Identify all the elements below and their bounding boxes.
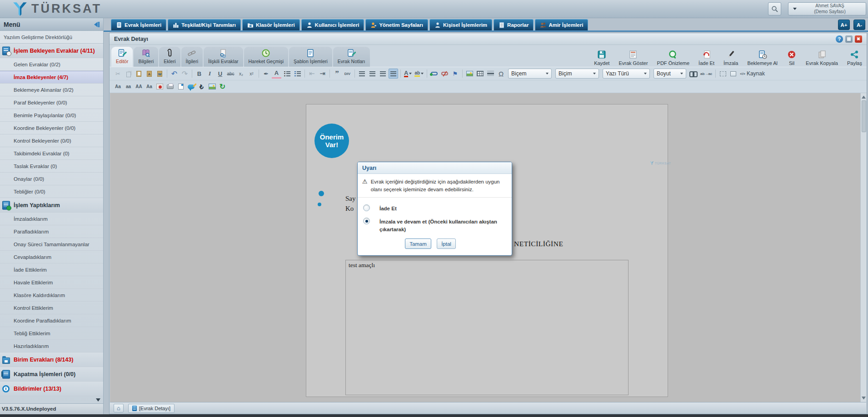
sidebar-item-kapatma-islemleri[interactable]: Kapatma İşlemleri (0/0) [0,367,103,382]
text-color-icon[interactable]: A [403,69,413,79]
tab-iliskili-evraklar[interactable]: İlişkili Evraklar [204,47,243,67]
sidebar-item-takibimdeki-evraklar[interactable]: Takibimdeki Evraklar (0) [0,147,103,160]
nav-tab-kisisel-islemlerim[interactable]: Kişisel İşlemlerim [429,19,492,30]
bold-icon[interactable]: B [195,69,204,79]
align-center-icon[interactable] [368,69,377,79]
scroll-down-icon[interactable] [862,397,866,401]
horizontal-rule-icon[interactable] [486,69,495,79]
style-dropdown[interactable]: Biçem [508,69,552,79]
special-char-icon[interactable]: Ω [496,69,506,79]
highlight-color-icon[interactable]: ab [414,69,424,79]
size-dropdown[interactable]: Boyut [653,69,686,79]
sidebar-item-bildirimler[interactable]: Bildirimler (13/13) [0,382,103,396]
insert-photo-icon[interactable] [207,82,217,92]
lowercase-icon[interactable]: aa [124,82,133,92]
blockquote-icon[interactable]: ” [332,69,342,79]
lira-symbol-icon[interactable]: ₺ [197,82,206,92]
pin-icon[interactable] [845,35,853,43]
sidebar-item-taslak-evraklar[interactable]: Taslak Evraklar (0) [0,160,103,173]
align-left-icon[interactable] [357,69,367,79]
sidebar-item-kontrol-ettiklerim[interactable]: Kontrol Ettiklerim [0,302,103,314]
radio-option-iade-et[interactable]: İade Et [363,204,506,213]
search-button[interactable] [768,2,781,15]
form-field-icon[interactable] [728,69,738,79]
italic-icon[interactable]: I [205,69,215,79]
collapse-menu-icon[interactable] [94,22,100,27]
sidebar-item-hazirladiklarim[interactable]: Hazırladıklarım [0,340,103,352]
align-justify-icon[interactable] [389,69,398,79]
sidebar-item-cevapladiklarim[interactable]: Cevapladıklarım [0,251,103,263]
tab-ilgileri[interactable]: İlgileri [181,47,203,67]
sidebar-item-imzaladiklarim[interactable]: İmzaladıklarım [0,213,103,225]
case-toggle-icon[interactable]: Aa [113,82,123,92]
find-icon[interactable] [688,69,698,79]
font-increase-button[interactable]: A+ [838,20,850,30]
remove-format-icon[interactable]: A [272,69,281,79]
tab-sablon-islemleri[interactable]: Şablon İşlemleri [289,47,332,67]
close-icon[interactable]: ✖ [855,35,862,43]
bullet-list-icon[interactable] [293,69,302,79]
nav-tab-kullanici-islemleri[interactable]: Kullanıcı İşlemleri [301,19,364,30]
sidebar-item-paraf-bekleyenler[interactable]: Paraf Bekleyenler (0/0) [0,96,103,109]
sidebar-item-islem-yaptiklarim[interactable]: İşlem Yaptıklarım [0,198,103,213]
paste-from-word-icon[interactable]: W [155,69,165,79]
select-area-icon[interactable] [718,69,728,79]
document-body-textbox[interactable]: test amaçlı [345,260,629,395]
template-doc-icon[interactable] [176,82,185,92]
replace-icon[interactable]: ab→ac [699,69,713,79]
refresh-icon[interactable]: ↻ [218,82,227,92]
undo-icon[interactable]: ↶ [170,69,179,79]
nav-tab-klasor-islemleri[interactable]: Klasör İşlemleri [242,19,300,30]
sidebar-item-gelen-evraklar[interactable]: Gelen Evraklar (0/2) [0,58,103,71]
radio-button-selected[interactable] [363,218,370,224]
nav-tab-teskilat-kisi-tanimlari[interactable]: Teşkilat/Kişi Tanımları [168,19,241,30]
format-dropdown[interactable]: Biçim [555,69,599,79]
sidebar-item-birim-evraklari[interactable]: Birim Evrakları (8/143) [0,352,103,367]
print-icon[interactable] [165,82,175,92]
pdf-export-icon[interactable] [155,82,165,92]
copy-document-button[interactable]: Evrak Kopyala [806,50,838,66]
align-right-icon[interactable] [378,69,388,79]
sidebar-item-koordine-parafladiklarim[interactable]: Koordine Parafladıklarım [0,314,103,327]
tab-bilgileri[interactable]: Bilgileri [134,47,158,67]
radio-button[interactable] [363,204,370,211]
font-dropdown[interactable]: Yazı Türü [603,69,650,79]
paste-icon[interactable] [134,69,144,79]
home-button[interactable]: ⌂ [114,404,124,412]
cut-icon[interactable]: ✂ [113,69,123,79]
sidebar-item-onay-sureci-tamamlanmayanlar[interactable]: Onay Süreci Tamamlanmayanlar [0,238,103,251]
sidebar-item-tebligler[interactable]: Tebliğler (0/0) [0,185,103,198]
sidebar-item-koordine-bekleyenler[interactable]: Koordine Bekleyenler (0/0) [0,122,103,134]
show-document-button[interactable]: Evrak Göster [619,50,648,66]
sidebar-item-benimle-paylasilanlar[interactable]: Benimle Paylaşılanlar (0/0) [0,109,103,122]
nav-tab-yonetim-sayfalari[interactable]: Yönetim Sayfaları [365,19,428,30]
sidebar-item-parafladiklarim[interactable]: Parafladıklarım [0,225,103,238]
sidebar-item-klasore-kaldirdiklarim[interactable]: Klasöre Kaldırdıklarım [0,289,103,302]
nav-tab-evrak-islemleri[interactable]: Evrak İşlemleri [111,19,166,30]
scroll-up-icon[interactable] [862,94,866,99]
vertical-scrollbar[interactable] [860,93,866,402]
superscript-icon[interactable]: x² [247,69,256,79]
insert-table-icon[interactable] [475,69,485,79]
uppercase-icon[interactable]: AA [134,82,144,92]
sidebar-item-onaylar[interactable]: Onaylar (0/0) [0,173,103,185]
underline-icon[interactable]: U [215,69,225,79]
delete-button[interactable]: Sil [787,50,797,66]
copy-icon[interactable] [124,69,133,79]
sidebar-item-islem-bekleyen-evraklar[interactable]: İşlem Bekleyen Evraklar (4/11) [0,44,103,58]
div-container-icon[interactable]: DIV [343,69,352,79]
save-button[interactable]: Kaydet [594,50,609,66]
indent-icon[interactable]: ⇥ [318,69,327,79]
ok-button[interactable]: Tamam [405,238,431,249]
tab-editor[interactable]: Editör [111,47,133,67]
subscript-icon[interactable]: x₂ [236,69,246,79]
strikethrough-icon[interactable]: abc [226,69,235,79]
sign-button[interactable]: İmzala [723,50,738,66]
sidebar-item-beklemeye-alinanlar[interactable]: Beklemeye Alınanlar (0/2) [0,84,103,96]
tab-ekleri[interactable]: Ekleri [159,47,180,67]
hold-button[interactable]: Beklemeye Al [747,50,778,66]
numbered-list-icon[interactable] [282,69,292,79]
scrollbar-thumb[interactable] [862,100,866,132]
outdent-icon[interactable]: ⇤ [307,69,317,79]
insert-image-icon[interactable] [465,69,474,79]
